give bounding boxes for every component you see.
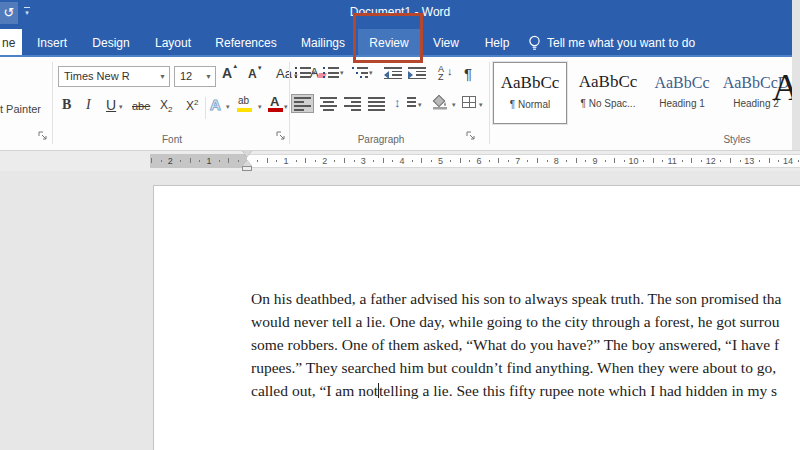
shading-button[interactable] bbox=[432, 95, 449, 114]
font-group-label: Font bbox=[162, 134, 182, 145]
strikethrough-button[interactable]: abe bbox=[132, 100, 150, 112]
style-no-spacing-preview: AaBbCc bbox=[571, 72, 645, 92]
ribbon: t Painter Times New R ▼ 12 ▼ A▲ A▼ Aa▾ A… bbox=[0, 57, 800, 151]
multilevel-dropdown-icon[interactable]: ▾ bbox=[369, 69, 373, 77]
tab-design[interactable]: Design bbox=[84, 29, 137, 57]
numbering-dropdown-icon[interactable]: ▾ bbox=[340, 69, 344, 77]
font-size-value: 12 bbox=[180, 70, 192, 82]
sort-button[interactable]: AZ↓ bbox=[438, 65, 444, 81]
tab-review[interactable]: Review bbox=[361, 29, 416, 57]
line-spacing-dropdown-icon[interactable]: ▾ bbox=[418, 101, 422, 109]
tell-me-box[interactable]: Tell me what you want to do bbox=[528, 29, 695, 57]
underline-dropdown-icon[interactable]: ▾ bbox=[119, 103, 123, 111]
text-line: called out, “I am nottelling a lie. See … bbox=[251, 379, 800, 402]
paragraph-dialog-launcher-icon[interactable] bbox=[466, 131, 476, 141]
justify-button[interactable] bbox=[368, 97, 385, 110]
style-no-spacing-label: ¶ No Spac... bbox=[571, 98, 645, 109]
tab-mailings[interactable]: Mailings bbox=[293, 29, 353, 57]
quick-access-customize-icon[interactable]: ▾ bbox=[22, 7, 32, 19]
bullets-dropdown-icon[interactable]: ▾ bbox=[312, 69, 316, 77]
text-highlight-button[interactable]: ab bbox=[238, 95, 249, 106]
font-dialog-launcher-icon[interactable] bbox=[276, 131, 286, 141]
superscript-button[interactable]: X2 bbox=[186, 98, 198, 113]
clipboard-dialog-launcher-icon[interactable] bbox=[38, 131, 48, 141]
text-line: rupees.” They searched him but couldn’t … bbox=[251, 356, 800, 379]
style-normal-preview: AaBbCc bbox=[494, 73, 566, 93]
document-text: On his deathbed, a father advised his so… bbox=[251, 287, 800, 402]
style-normal[interactable]: AaBbCc ¶ Normal bbox=[493, 62, 567, 124]
lightbulb-icon bbox=[528, 35, 541, 52]
style-heading-1[interactable]: AaBbCc Heading 1 bbox=[645, 62, 719, 124]
styles-group-label: Styles bbox=[723, 134, 750, 145]
ruler-text-area bbox=[247, 154, 800, 168]
bold-button[interactable]: B bbox=[62, 97, 71, 113]
style-heading-1-label: Heading 1 bbox=[645, 98, 719, 109]
text-line: some robbers. One of them asked, “What d… bbox=[251, 333, 800, 356]
text-line: would never tell a lie. One day, while g… bbox=[251, 310, 800, 333]
undo-icon[interactable]: ↺ bbox=[0, 2, 18, 24]
paragraph-group-label: Paragraph bbox=[358, 134, 405, 145]
font-name-combobox[interactable]: Times New R ▼ bbox=[58, 66, 170, 87]
font-name-value: Times New R bbox=[64, 70, 130, 82]
align-center-button[interactable] bbox=[320, 97, 337, 110]
borders-button[interactable] bbox=[462, 96, 476, 108]
align-left-button[interactable] bbox=[292, 95, 313, 112]
font-color-button[interactable]: A bbox=[270, 94, 279, 109]
numbering-button[interactable] bbox=[323, 67, 339, 80]
shrink-font-button[interactable]: A▼ bbox=[248, 67, 257, 81]
grow-font-button[interactable]: A▲ bbox=[222, 65, 232, 81]
style-no-spacing[interactable]: AaBbCc ¶ No Spac... bbox=[571, 62, 645, 124]
text-effects-button[interactable]: A bbox=[210, 96, 221, 113]
format-painter-label-partial[interactable]: t Painter bbox=[0, 103, 41, 115]
tab-help[interactable]: Help bbox=[477, 29, 518, 57]
increase-indent-button[interactable] bbox=[408, 67, 426, 80]
font-size-dropdown-icon[interactable]: ▼ bbox=[205, 67, 212, 86]
highlight-color-bar bbox=[237, 108, 252, 112]
style-heading-1-preview: AaBbCc bbox=[645, 74, 719, 92]
font-color-dropdown-icon[interactable]: ▾ bbox=[284, 103, 288, 111]
highlight-dropdown-icon[interactable]: ▾ bbox=[258, 103, 262, 111]
text-effects-dropdown-icon[interactable]: ▾ bbox=[226, 103, 230, 111]
paint-bucket-icon bbox=[432, 95, 449, 110]
font-size-combobox[interactable]: 12 ▼ bbox=[174, 66, 216, 87]
tab-layout[interactable]: Layout bbox=[147, 29, 199, 57]
title-bar: ↺ ▾ Document1 - Word ne Insert Design La… bbox=[0, 0, 800, 57]
borders-dropdown-icon[interactable]: ▾ bbox=[479, 101, 483, 109]
underline-button[interactable]: U bbox=[106, 97, 116, 113]
font-color-bar bbox=[268, 108, 283, 112]
shading-dropdown-icon[interactable]: ▾ bbox=[452, 101, 456, 109]
align-right-button[interactable] bbox=[344, 97, 361, 110]
word-window: ↺ ▾ Document1 - Word ne Insert Design La… bbox=[0, 0, 800, 450]
document-page[interactable]: On his deathbed, a father advised his so… bbox=[153, 185, 800, 450]
italic-button[interactable]: I bbox=[86, 97, 91, 113]
window-edge-strip bbox=[792, 0, 800, 150]
tab-insert[interactable]: Insert bbox=[29, 29, 75, 57]
style-normal-label: ¶ Normal bbox=[494, 99, 566, 110]
first-line-indent-marker[interactable] bbox=[242, 151, 252, 157]
document-area: On his deathbed, a father advised his so… bbox=[0, 171, 800, 450]
subscript-button[interactable]: X2 bbox=[160, 98, 172, 114]
show-formatting-marks-button[interactable]: ¶ bbox=[464, 65, 472, 82]
font-name-dropdown-icon[interactable]: ▼ bbox=[159, 67, 166, 86]
tab-references[interactable]: References bbox=[207, 29, 284, 57]
ruler-band: 123456789101112131412 bbox=[0, 151, 800, 171]
decrease-indent-button[interactable] bbox=[384, 67, 402, 80]
multilevel-list-button[interactable] bbox=[352, 67, 368, 80]
tell-me-label: Tell me what you want to do bbox=[547, 36, 695, 50]
bullets-button[interactable] bbox=[295, 67, 311, 80]
tab-view[interactable]: View bbox=[425, 29, 467, 57]
window-title: Document1 - Word bbox=[350, 5, 450, 19]
text-line: On his deathbed, a father advised his so… bbox=[251, 287, 800, 310]
tab-home-partial[interactable]: ne bbox=[0, 29, 22, 57]
line-spacing-button[interactable]: ↕ bbox=[394, 95, 401, 110]
